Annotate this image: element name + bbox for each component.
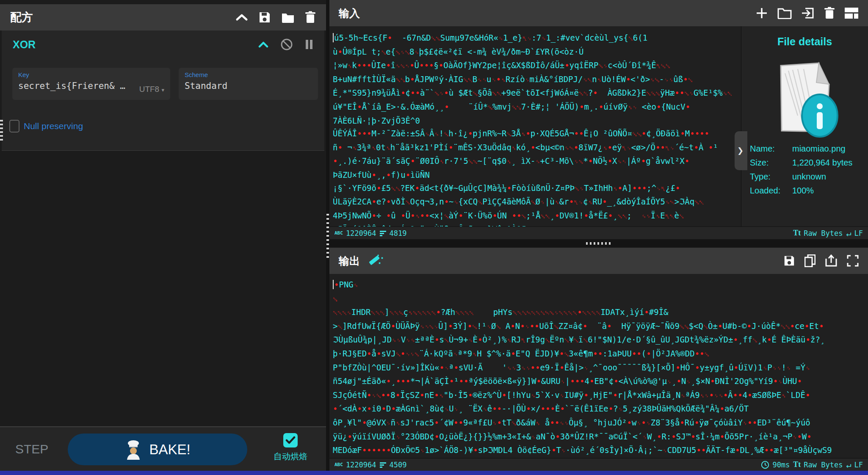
collapse-recipe-icon[interactable] bbox=[235, 14, 248, 21]
output-textarea[interactable]: •PNG␍␚␀␀␀␍IHDR␀␀␂]␀␀␁ç␈␆␀␀␀␀•?Æh␀␀␀␀ pHY… bbox=[329, 274, 868, 458]
input-output-divider[interactable] bbox=[329, 239, 868, 248]
divider-drag-dots[interactable] bbox=[326, 214, 329, 260]
key-type-dropdown[interactable]: UTF8 ▾ bbox=[139, 85, 164, 94]
output-encoding-selector[interactable]: Tt Raw Bytes bbox=[793, 460, 843, 469]
operation-args: Key secret_is{Frieren& … UTF8 ▾ Scheme S… bbox=[2, 68, 324, 102]
xor-scheme-field[interactable]: Scheme Standard bbox=[179, 68, 318, 100]
collapse-operation-icon[interactable] bbox=[258, 41, 268, 48]
char-count-icon: ABC bbox=[334, 462, 343, 467]
operation-title: XOR bbox=[13, 39, 258, 51]
line-count-icon bbox=[380, 230, 387, 236]
line-count-icon bbox=[380, 462, 387, 468]
bottom-accent-strip bbox=[0, 471, 868, 475]
auto-bake-label: 自动烘焙 bbox=[269, 451, 312, 462]
input-encoding-selector[interactable]: Tt Raw Bytes bbox=[793, 229, 843, 238]
clear-recipe-trash-icon[interactable] bbox=[305, 11, 316, 24]
input-pane: 输入 bbox=[329, 0, 868, 239]
file-details-panel: ❯ File details bbox=[741, 26, 868, 226]
output-header: 输出 bbox=[329, 248, 868, 274]
char-count-icon: ABC bbox=[334, 230, 343, 236]
operations-panel-drag-handle[interactable] bbox=[0, 120, 3, 141]
output-line-count: 4509 bbox=[380, 461, 407, 469]
null-preserving-row[interactable]: Null preserving bbox=[9, 120, 83, 133]
clock-icon bbox=[761, 461, 769, 469]
open-output-in-tab-icon[interactable] bbox=[825, 254, 838, 267]
input-char-count: ABC 1220964 bbox=[334, 229, 376, 238]
file-loaded-row: Loaded:100% bbox=[741, 184, 868, 198]
scheme-select[interactable]: Standard bbox=[185, 81, 312, 91]
input-header: 输入 bbox=[329, 0, 868, 26]
file-icon bbox=[765, 56, 845, 139]
file-details-collapse-tab[interactable]: ❯ bbox=[735, 131, 747, 170]
chef-icon bbox=[124, 439, 142, 460]
key-label: Key bbox=[18, 71, 164, 78]
input-textarea[interactable]: ú5-5h~Ecs{F• -67n&D␘␆Sumµ97e&HóR«␍1_e}␤␊… bbox=[329, 26, 741, 226]
save-output-icon[interactable] bbox=[783, 255, 795, 267]
load-recipe-folder-icon[interactable] bbox=[281, 11, 295, 23]
input-status-bar: ABC 1220964 4819 Tt Raw Bytes ↵ LF bbox=[329, 226, 868, 239]
add-input-tab-icon[interactable] bbox=[755, 7, 768, 19]
operation-xor[interactable]: XOR Key secret_is{Frieren& … bbox=[2, 30, 324, 151]
file-name-row: Name:miaomiao.png bbox=[741, 142, 868, 156]
return-arrow-icon: ↵ bbox=[846, 460, 851, 470]
text-encoding-icon: Tt bbox=[793, 460, 801, 469]
auto-bake-toggle[interactable]: 自动烘焙 bbox=[269, 433, 312, 462]
input-eol-selector[interactable]: ↵ LF bbox=[846, 228, 863, 238]
bake-time: 90ms bbox=[761, 461, 790, 469]
file-details-title: File details bbox=[741, 36, 868, 48]
file-type-row: Type:unknown bbox=[741, 170, 868, 184]
maximize-output-icon[interactable] bbox=[847, 255, 859, 267]
recipe-io-divider[interactable] bbox=[326, 0, 329, 471]
auto-bake-checkbox[interactable] bbox=[283, 433, 298, 447]
bake-label: BAKE! bbox=[149, 442, 190, 458]
file-size-row: Size:1,220,964 bytes bbox=[741, 156, 868, 170]
breakpoint-pause-icon[interactable] bbox=[305, 39, 313, 50]
output-status-bar: ABC 1220964 4509 90ms Tt bbox=[329, 458, 868, 471]
recipe-controls: STEP BAKE! 自动烘焙 bbox=[0, 426, 326, 471]
clear-input-trash-icon[interactable] bbox=[824, 7, 835, 19]
output-title: 输出 bbox=[339, 254, 360, 268]
divider-drag-dots[interactable] bbox=[586, 242, 611, 245]
input-title: 输入 bbox=[339, 6, 360, 20]
recipe-panel: 配方 XOR bbox=[0, 0, 326, 471]
null-preserving-label: Null preserving bbox=[24, 121, 83, 131]
io-area: 输入 bbox=[329, 0, 868, 471]
output-eol-selector[interactable]: ↵ LF bbox=[846, 460, 863, 470]
layout-grid-icon[interactable] bbox=[844, 7, 859, 19]
bake-button[interactable]: BAKE! bbox=[68, 434, 247, 465]
recipe-title: 配方 bbox=[10, 10, 235, 25]
return-arrow-icon: ↵ bbox=[846, 228, 851, 238]
scheme-label: Scheme bbox=[185, 71, 312, 78]
step-button[interactable]: STEP bbox=[15, 442, 48, 456]
output-char-count: ABC 1220964 bbox=[334, 461, 376, 469]
text-encoding-icon: Tt bbox=[793, 229, 801, 238]
chevron-down-icon: ▾ bbox=[161, 87, 164, 93]
save-recipe-icon[interactable] bbox=[258, 11, 271, 24]
disable-operation-icon[interactable] bbox=[280, 38, 293, 51]
null-preserving-checkbox[interactable] bbox=[9, 120, 19, 133]
copy-output-icon[interactable] bbox=[804, 254, 815, 267]
open-input-icon[interactable] bbox=[801, 7, 815, 19]
magic-wand-icon[interactable] bbox=[368, 253, 384, 268]
input-line-count: 4819 bbox=[380, 229, 407, 238]
open-file-folder-icon[interactable] bbox=[777, 7, 792, 19]
recipe-header: 配方 bbox=[0, 4, 326, 30]
output-pane: 输出 bbox=[329, 248, 868, 471]
xor-key-field[interactable]: Key secret_is{Frieren& … UTF8 ▾ bbox=[12, 68, 170, 100]
